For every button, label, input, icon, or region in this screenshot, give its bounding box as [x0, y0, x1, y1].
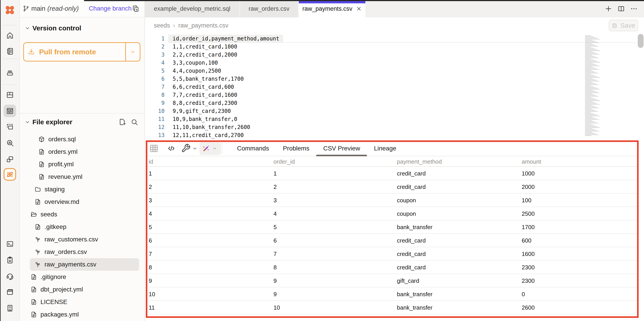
version-control-header[interactable]: Version control — [20, 23, 144, 33]
file-item[interactable]: packages.yml — [30, 308, 139, 321]
copy-icon[interactable] — [132, 5, 140, 12]
table-icon[interactable] — [149, 143, 159, 154]
panel-tab[interactable]: Commands — [230, 140, 276, 156]
editor-tab[interactable]: example_develop_metric.sql — [145, 0, 239, 18]
branch-name: main — [31, 5, 46, 12]
split-view-icon[interactable] — [618, 5, 625, 12]
file-item[interactable]: raw_orders.csv — [30, 246, 139, 258]
breadcrumb-file: raw_payments.csv — [178, 22, 228, 29]
search-icon[interactable] — [130, 118, 138, 126]
panel-tab[interactable]: CSV Preview — [316, 140, 367, 156]
cell-payment-method: bank_transfer — [394, 301, 519, 314]
table-row: 2 2 credit_card 2000 — [146, 180, 639, 194]
rail-docs-button[interactable] — [4, 286, 16, 298]
save-icon — [612, 22, 618, 28]
code-editor[interactable]: 1 id,order_id,payment_method,amount 2 1,… — [145, 34, 644, 140]
cell-order-id: 3 — [270, 194, 394, 207]
magic-wand-button[interactable] — [200, 142, 221, 155]
file-item[interactable]: orders.yml — [30, 146, 139, 158]
panel-tab-label: Lineage — [374, 145, 396, 152]
pull-dropdown-button[interactable] — [126, 43, 140, 61]
cell-payment-method: credit_card — [394, 234, 519, 247]
git-branch-icon — [23, 5, 30, 12]
icon-rail — [0, 0, 20, 321]
rail-home-button[interactable] — [4, 29, 16, 42]
line-text: id,order_id,payment_method,amount — [173, 36, 279, 42]
file-name: LICENSE — [40, 298, 67, 306]
wrench-icon[interactable] — [181, 144, 190, 153]
code-line: 1 id,order_id,payment_method,amount — [145, 35, 644, 43]
file-item[interactable]: seeds — [30, 208, 139, 221]
file-item[interactable]: raw_customers.csv — [30, 233, 139, 246]
file-item[interactable]: dbt_project.yml — [30, 283, 139, 296]
editor-tab[interactable]: raw_orders.csv — [240, 0, 298, 18]
cell-payment-method: bank_transfer — [394, 288, 519, 301]
file-item[interactable]: staging — [30, 183, 139, 196]
file-item[interactable]: raw_payments.csv — [30, 258, 139, 271]
file-item[interactable]: profit.yml — [30, 158, 139, 170]
rail-notebook-button[interactable] — [4, 45, 16, 58]
branch-mode: (read-only) — [48, 5, 79, 12]
code-line: 7 6,6,credit_card,600 — [145, 83, 644, 91]
rail-support-button[interactable] — [4, 270, 16, 282]
file-item[interactable]: LICENSE — [30, 296, 139, 308]
panel-tab[interactable]: Lineage — [367, 140, 403, 156]
editor-tab[interactable]: raw_payments.csv — [299, 0, 366, 18]
cell-id: 3 — [146, 194, 270, 207]
rail-atom-button[interactable] — [4, 168, 16, 180]
file-item[interactable]: .gitignore — [30, 271, 139, 283]
rail-windows-button[interactable] — [4, 153, 16, 166]
file-explorer-header[interactable]: File explorer — [20, 117, 144, 127]
file-type-icon — [34, 248, 41, 255]
code-icon[interactable] — [167, 144, 176, 153]
rail-clipboard-button[interactable] — [4, 254, 16, 266]
editor-minimap[interactable] — [585, 35, 602, 136]
cell-id: 12 — [146, 314, 270, 318]
panel-tab-label: Problems — [283, 145, 309, 152]
cell-amount: 2300 — [519, 274, 639, 288]
pull-from-remote-button[interactable]: Pull from remote — [23, 42, 140, 62]
rail-terminal-button[interactable] — [4, 238, 16, 250]
file-name: profit.yml — [48, 161, 74, 168]
code-line: 6 5,5,bank_transfer,1700 — [145, 75, 644, 83]
cell-amount: 2300 — [519, 261, 639, 274]
panel-tab[interactable]: Problems — [276, 140, 316, 156]
rail-code-editor-button[interactable] — [4, 104, 16, 117]
change-branch-link[interactable]: Change branch — [89, 5, 132, 12]
close-icon[interactable] — [356, 6, 362, 12]
file-item[interactable]: revenue.yml — [30, 170, 139, 183]
pull-main[interactable]: Pull from remote — [24, 43, 125, 61]
file-type-icon — [34, 198, 41, 205]
breadcrumb-folder[interactable]: seeds — [154, 22, 170, 29]
new-tab-icon[interactable] — [605, 5, 612, 12]
more-options-icon[interactable] — [630, 5, 638, 12]
cell-payment-method: bank_transfer — [394, 220, 519, 234]
file-name: seeds — [40, 211, 57, 218]
file-item[interactable]: .gitkeep — [30, 221, 139, 233]
cell-id: 1 — [146, 167, 270, 180]
rail-dashboard-button[interactable] — [4, 88, 16, 101]
save-button[interactable]: Save — [609, 20, 638, 31]
branch-bar: main (read-only) Change branch — [20, 0, 144, 18]
table-row: 10 9 bank_transfer 0 — [146, 288, 639, 301]
rail-org-button[interactable] — [4, 302, 16, 314]
file-item[interactable]: orders.sql — [30, 133, 139, 146]
tab-label: raw_orders.csv — [248, 5, 289, 12]
file-name: dbt_project.yml — [40, 286, 83, 293]
editor-scrollbar-thumb[interactable] — [638, 34, 644, 48]
line-number: 11 — [145, 116, 164, 122]
file-item[interactable]: overview.md — [30, 196, 139, 208]
new-file-icon[interactable] — [118, 118, 126, 126]
rail-selection-button[interactable] — [4, 120, 16, 133]
cell-amount: 100 — [519, 194, 639, 207]
rail-stack-button[interactable] — [4, 66, 16, 79]
editor-tab-bar: example_develop_metric.sql raw_orders.cs… — [145, 0, 644, 18]
cell-payment-method: credit_card — [394, 180, 519, 194]
cell-id: 11 — [146, 301, 270, 314]
file-name: raw_payments.csv — [44, 261, 96, 268]
line-text: 5,5,bank_transfer,1700 — [173, 76, 244, 82]
wrench-dropdown-icon[interactable] — [192, 146, 198, 151]
rail-query-explore-button[interactable] — [4, 136, 16, 149]
cell-amount: 1000 — [519, 167, 639, 180]
cell-amount: 2000 — [519, 180, 639, 194]
